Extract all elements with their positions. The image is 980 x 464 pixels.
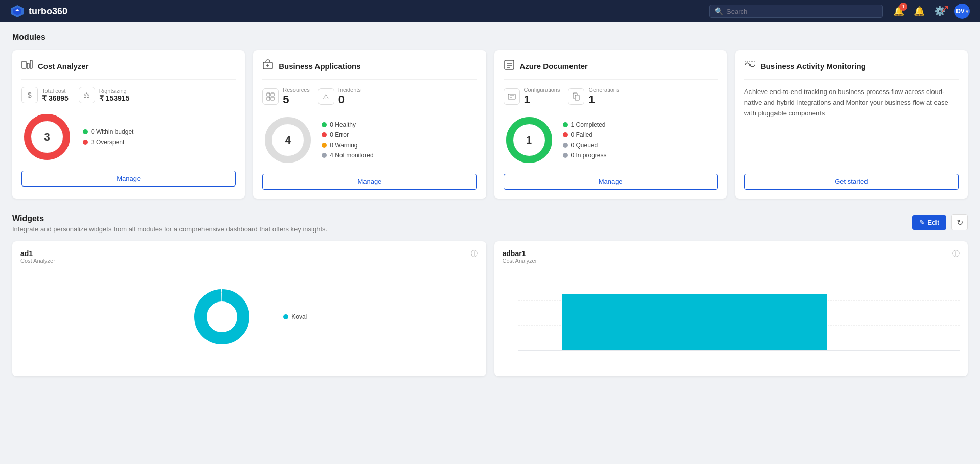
modules-grid: Cost Analyzer $ Total cost ₹ 36895 ⚖ Rig… [12, 50, 968, 199]
incidents-icon: ⚠ [318, 88, 334, 105]
cost-analyzer-icon [21, 59, 33, 73]
green-dot [83, 129, 88, 134]
ba-icon [262, 59, 274, 73]
grey-dot [322, 153, 327, 158]
widget-adbar1-header: adbar1 Cost Analyzer ⓘ [503, 249, 960, 264]
card-header: Cost Analyzer [21, 59, 236, 80]
legend-queued: 0 Queued [563, 142, 607, 149]
svg-rect-3 [27, 63, 29, 68]
svg-rect-13 [271, 97, 274, 100]
green-dot [563, 122, 568, 127]
business-applications-card: Business Applications Resources 5 [253, 50, 486, 199]
widgets-title-area: Widgets Integrate and personalize widget… [12, 214, 327, 233]
red-dot [322, 132, 327, 137]
info-icon-adbar1[interactable]: ⓘ [952, 249, 960, 259]
user-avatar[interactable]: DV ▾ [954, 4, 970, 19]
svg-rect-10 [267, 93, 270, 96]
red-dot [83, 140, 88, 145]
svg-rect-2 [22, 61, 26, 68]
edit-button[interactable]: ✎ Edit [912, 215, 946, 230]
svg-rect-19 [508, 94, 515, 99]
cost-legend: 0 Within budget 3 Overspent [83, 128, 133, 146]
widgets-title: Widgets [12, 214, 327, 223]
az-icon [504, 59, 515, 73]
widget-adbar1-name: adbar1 [503, 249, 537, 258]
ba-title: Business Applications [279, 62, 360, 71]
bam-card: Business Activity Monitoring Achieve end… [735, 50, 968, 199]
bam-icon [744, 59, 756, 73]
azure-documenter-card: Azure Documenter Configurations 1 [494, 50, 727, 199]
widget-adbar1-title-area: adbar1 Cost Analyzer [503, 249, 537, 264]
ba-legend: 0 Healthy 0 Error 0 Warning 4 Not monito… [322, 121, 373, 159]
alert-button[interactable]: 🔔 [914, 6, 925, 17]
ad1-legend-kovai: Kovai [283, 313, 307, 320]
widgets-subtitle: Integrate and personalize widgets from a… [12, 225, 327, 233]
svg-rect-11 [271, 93, 274, 96]
widget-ad1-chart: Kovai [20, 266, 478, 368]
notifications-button[interactable]: 🔔 1 [893, 6, 904, 17]
refresh-icon: ↻ [956, 218, 963, 227]
cyan-dot [283, 314, 288, 319]
ad1-pie-chart [191, 286, 253, 347]
legend-healthy: 0 Healthy [322, 121, 373, 128]
configurations-stat: Configurations 1 [504, 87, 560, 106]
legend-warning: 0 Warning [322, 142, 373, 149]
refresh-button[interactable]: ↻ [951, 214, 968, 230]
legend-error: 0 Error [322, 131, 373, 138]
widgets-header: Widgets Integrate and personalize widget… [12, 214, 968, 233]
get-started-button[interactable]: Get started [744, 174, 959, 190]
svg-rect-12 [267, 97, 270, 100]
search-icon: 🔍 [715, 7, 723, 15]
legend-not-monitored: 4 Not monitored [322, 152, 373, 159]
widget-adbar1-source: Cost Analyzer [503, 258, 537, 264]
ad1-legend: Kovai [283, 313, 307, 320]
cost-stats: $ Total cost ₹ 36895 ⚖ Rightsizing ₹ 153… [21, 87, 236, 103]
widget-adbar1-chart [503, 266, 960, 368]
cost-manage-button[interactable]: Manage [21, 171, 236, 187]
arrow-indicator: ↗ [940, 2, 949, 15]
widget-ad1-header: ad1 Cost Analyzer ⓘ [20, 249, 478, 264]
widgets-grid: ad1 Cost Analyzer ⓘ [12, 241, 968, 376]
svg-rect-15 [505, 60, 514, 69]
legend-within-budget: 0 Within budget [83, 128, 133, 135]
orange-dot [322, 143, 327, 148]
az-stats: Configurations 1 Generations 1 [504, 87, 718, 106]
az-donut-chart: 1 [504, 114, 555, 166]
svg-rect-23 [575, 95, 579, 100]
svg-point-29 [209, 304, 236, 331]
az-manage-button[interactable]: Manage [504, 174, 718, 190]
svg-rect-4 [30, 60, 32, 68]
incidents-stat: ⚠ Incidents 0 [318, 87, 361, 106]
widget-ad1: ad1 Cost Analyzer ⓘ [12, 241, 486, 376]
header-actions: 🔔 1 🔔 ⚙️ DV ▾ [893, 4, 970, 19]
ba-card-header: Business Applications [262, 59, 476, 80]
grey-dot2 [563, 153, 568, 158]
red-dot [563, 132, 568, 137]
widget-ad1-source: Cost Analyzer [20, 258, 55, 264]
grey-dot [563, 143, 568, 148]
widget-ad1-name: ad1 [20, 249, 55, 258]
app-header: turbo360 🔍 🔔 1 🔔 ⚙️ DV ▾ ↗ [0, 0, 980, 22]
az-title: Azure Documenter [520, 62, 588, 71]
resources-stat: Resources 5 [262, 87, 310, 106]
alert-icon: 🔔 [914, 6, 925, 16]
edit-icon: ✎ [919, 219, 925, 226]
search-input[interactable] [726, 8, 877, 15]
ba-chart-area: 4 0 Healthy 0 Error 0 Warning [262, 114, 476, 166]
total-cost-stat: $ Total cost ₹ 36895 [21, 87, 69, 103]
notification-badge: 1 [899, 3, 907, 11]
az-legend: 1 Completed 0 Failed 0 Queued 0 In progr… [563, 121, 607, 159]
legend-overspent: 3 Overspent [83, 138, 133, 146]
legend-completed: 1 Completed [563, 121, 607, 128]
info-icon-ad1[interactable]: ⓘ [471, 249, 478, 259]
bam-title: Business Activity Monitoring [761, 62, 866, 71]
svg-point-26 [749, 64, 751, 66]
dollar-icon: $ [21, 87, 38, 103]
main-content: Modules Cost Analyzer $ Total cost [0, 22, 980, 386]
cost-analyzer-card: Cost Analyzer $ Total cost ₹ 36895 ⚖ Rig… [12, 50, 245, 199]
ba-manage-button[interactable]: Manage [262, 174, 476, 190]
az-card-header: Azure Documenter [504, 59, 718, 80]
search-bar[interactable]: 🔍 [709, 5, 883, 18]
rightsizing-icon: ⚖ [79, 87, 95, 103]
app-logo[interactable]: turbo360 [10, 4, 67, 18]
